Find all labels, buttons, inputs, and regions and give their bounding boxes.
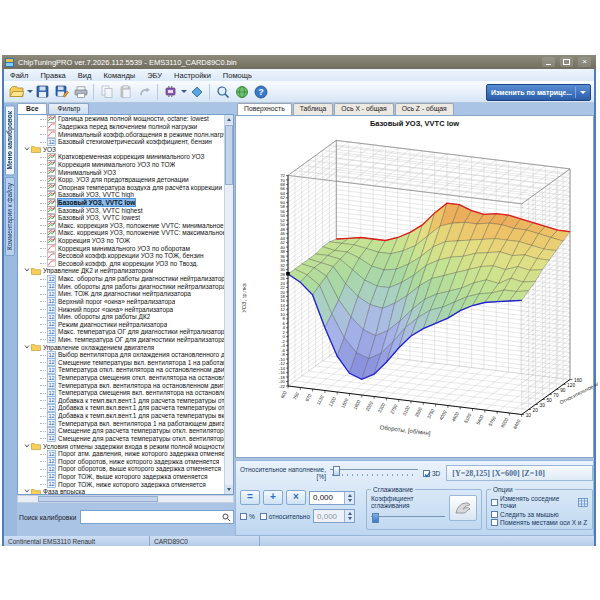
spin-down-icon[interactable] bbox=[348, 499, 352, 502]
option-checkbox-2[interactable]: Поменять местами оси X и Z bbox=[491, 519, 588, 526]
set-value-button[interactable]: = bbox=[240, 490, 260, 505]
tree-connector bbox=[40, 285, 46, 287]
view-tab-1[interactable]: Таблица bbox=[293, 103, 334, 115]
checkbox-percent[interactable]: % bbox=[240, 513, 255, 520]
view-tab-2[interactable]: Ось X - общая bbox=[334, 103, 393, 115]
save-as-icon[interactable] bbox=[52, 83, 71, 101]
tree-connector bbox=[40, 331, 46, 333]
smooth-hand-icon bbox=[454, 500, 472, 516]
tree-horizontal-scrollbar[interactable] bbox=[17, 495, 234, 503]
menu-item-1[interactable]: Правка bbox=[34, 71, 71, 80]
edit-by-matrix-button[interactable]: Изменить по матрице... bbox=[486, 84, 591, 101]
main-area: Меню калибровокКомментарии к файлу ВсеФи… bbox=[4, 103, 594, 536]
relative-spinbox[interactable]: 0,000 bbox=[313, 509, 355, 523]
option-checkbox-1[interactable]: Следить за мышью bbox=[491, 511, 588, 518]
value-spinbox[interactable]: 0,000 bbox=[309, 491, 355, 505]
add-value-button[interactable]: + bbox=[263, 490, 283, 505]
checkbox-box[interactable] bbox=[491, 511, 498, 518]
menu-item-4[interactable]: ЭБУ bbox=[141, 71, 168, 80]
checkbox-box[interactable] bbox=[491, 499, 498, 506]
spin-up-icon[interactable] bbox=[348, 494, 352, 497]
tree-item[interactable]: 12Базовый стехиометрический коэффициент,… bbox=[18, 138, 233, 146]
svg-text:-22: -22 bbox=[279, 384, 286, 389]
svg-text:5400: 5400 bbox=[475, 414, 484, 426]
search-icon[interactable] bbox=[213, 83, 232, 101]
tree-hscroll-thumb[interactable] bbox=[38, 496, 158, 502]
tree-item-label: Нижний порог «окна» нейтрализатора bbox=[58, 306, 173, 313]
search-label: Поиск калибровки bbox=[19, 514, 76, 521]
edit-by-matrix-label: Изменить по матрице... bbox=[491, 89, 572, 96]
option-checkbox-0[interactable]: Изменять соседние точки bbox=[491, 495, 588, 509]
tree-vscroll-thumb[interactable] bbox=[225, 125, 233, 185]
maximize-button[interactable] bbox=[560, 57, 573, 67]
expander-icon[interactable] bbox=[24, 146, 30, 153]
svg-text:-6: -6 bbox=[281, 348, 285, 353]
svg-text:58: 58 bbox=[280, 204, 285, 209]
magnifier-icon[interactable] bbox=[222, 513, 231, 522]
print-icon[interactable] bbox=[71, 83, 90, 101]
menu-item-5[interactable]: Настройки bbox=[168, 71, 217, 80]
value-spinbox-value[interactable]: 0,000 bbox=[310, 493, 344, 502]
view-tab-0[interactable]: Поверхность bbox=[237, 103, 292, 115]
smoothing-slider[interactable] bbox=[371, 514, 445, 526]
option-label: Изменять соседние точки bbox=[500, 495, 575, 509]
option-label: Поменять местами оси X и Z bbox=[500, 519, 587, 526]
svg-text:12: 12 bbox=[48, 139, 54, 145]
help-icon[interactable]: ? bbox=[251, 83, 270, 101]
tree-vertical-scrollbar[interactable] bbox=[224, 115, 233, 494]
tree-connector bbox=[40, 384, 46, 386]
expander-icon[interactable] bbox=[24, 267, 30, 274]
screenshot-canvas: ChipTuningPRO ver.7.2026.112.5539 - EMS3… bbox=[0, 0, 600, 600]
expander-icon[interactable] bbox=[24, 488, 30, 495]
refresh-globe-icon[interactable] bbox=[232, 83, 251, 101]
menu-item-6[interactable]: Помощь bbox=[217, 71, 258, 80]
view-tab-3[interactable]: Ось Z - общая bbox=[395, 103, 454, 115]
tree-item[interactable]: 12Порог ТОЖ, ниже которого задержка отме… bbox=[18, 480, 233, 488]
menu-item-2[interactable]: Вид bbox=[72, 71, 98, 80]
save-icon[interactable] bbox=[33, 83, 52, 101]
chart-title: Базовый УОЗ, VVTC low bbox=[236, 119, 593, 128]
tree-item-label: Мин. обороты для работы диагностики нейт… bbox=[58, 283, 226, 290]
checkbox-box[interactable] bbox=[491, 519, 498, 526]
surface-chart[interactable]: -22-20-18-16-14-12-10-8-6-4-202468101214… bbox=[234, 128, 598, 454]
tree-folder[interactable]: Фаза впрыска bbox=[18, 488, 233, 495]
tree-item-label: Макс. температура ОГ для диагностики ней… bbox=[58, 328, 228, 335]
tree-item-label: Коррекция УОЗ по ТОЖ bbox=[58, 237, 130, 244]
menu-item-0[interactable]: Файл bbox=[4, 71, 34, 80]
apply-smoothing-button[interactable] bbox=[449, 495, 477, 521]
load-slider[interactable] bbox=[330, 467, 418, 479]
svg-text:12: 12 bbox=[48, 276, 54, 282]
tree-item[interactable]: Весовой коэфф. для коррекции УОЗ по Твоз… bbox=[18, 260, 233, 268]
svg-text:10: 10 bbox=[526, 413, 532, 418]
menu-item-3[interactable]: Команды bbox=[97, 71, 141, 80]
matrix-dropdown-caret[interactable] bbox=[580, 91, 586, 94]
tree-connector bbox=[40, 240, 46, 242]
load-slider-handle[interactable] bbox=[333, 466, 340, 476]
smoothing-slider-handle[interactable] bbox=[372, 513, 379, 523]
tree-connector bbox=[40, 163, 46, 165]
open-file-icon[interactable] bbox=[7, 83, 26, 101]
tree-item-label: Управление ДК2 и нейтрализатором bbox=[43, 267, 153, 274]
tree-connector bbox=[40, 247, 46, 249]
side-tab-0[interactable]: Меню калибровок bbox=[5, 105, 15, 175]
svg-text:0: 0 bbox=[283, 334, 286, 339]
svg-text:5750: 5750 bbox=[488, 415, 497, 427]
module-icon[interactable] bbox=[161, 83, 180, 101]
search-input[interactable] bbox=[80, 510, 234, 524]
expander-icon[interactable] bbox=[24, 344, 30, 351]
tree-item[interactable]: 12Мин. температура ОГ для диагностики не… bbox=[18, 336, 233, 344]
cursor-marker bbox=[286, 272, 290, 276]
status-extra bbox=[260, 536, 594, 546]
close-button[interactable]: × bbox=[578, 57, 591, 67]
expander-icon[interactable] bbox=[24, 443, 30, 450]
tree-item-label: Фаза впрыска bbox=[43, 488, 85, 495]
tree-item[interactable]: 12Смещение для расчета температуры откл.… bbox=[18, 435, 233, 443]
multiply-value-button[interactable]: × bbox=[286, 490, 306, 505]
checkbox-relative[interactable]: относительно bbox=[260, 513, 310, 520]
side-tab-1[interactable]: Комментарии к файлу bbox=[5, 177, 15, 256]
minimize-button[interactable] bbox=[542, 57, 555, 67]
svg-text:12: 12 bbox=[48, 466, 54, 472]
checkbox-3d[interactable]: 3D bbox=[423, 470, 440, 477]
compare-icon[interactable] bbox=[187, 83, 206, 101]
tree-item-label: Задержка перед включением полной нагрузк… bbox=[58, 123, 197, 130]
